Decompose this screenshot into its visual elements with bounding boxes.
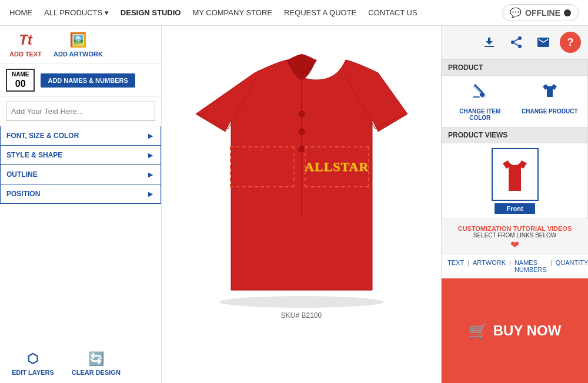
change-item-color-label: CHANGE ITEM COLOR — [448, 108, 512, 121]
text-link[interactable]: TEXT — [447, 259, 464, 273]
buy-now-button[interactable]: 🛒 BUY NOW — [442, 278, 588, 383]
text-input[interactable] — [6, 102, 155, 121]
svg-point-5 — [518, 36, 522, 40]
down-arrow-icon[interactable]: ❤ — [446, 238, 583, 251]
buy-now-label: BUY NOW — [493, 322, 562, 339]
cart-icon: 🛒 — [469, 322, 487, 340]
design-area-left[interactable] — [230, 146, 295, 187]
add-text-label: ADD TEXT — [9, 51, 42, 58]
artwork-link[interactable]: ARTWORK — [473, 259, 506, 273]
artwork-icon: 🖼️ — [69, 32, 87, 48]
separator-3: | — [550, 259, 552, 273]
product-section: PRODUCT CHANGE ITEM COLOR — [442, 59, 588, 127]
svg-rect-10 — [473, 96, 480, 98]
svg-line-8 — [514, 43, 519, 46]
name-number: 00 — [12, 78, 29, 89]
refresh-icon: 🔄 — [88, 351, 104, 367]
chevron-right-icon: ► — [146, 189, 155, 199]
name-badge: NAME 00 — [6, 69, 35, 92]
accordion-label-outline: OUTLINE — [6, 170, 38, 179]
names-row: NAME 00 ADD NAMES & NUMBERS — [0, 64, 161, 97]
tool-row: Tt ADD TEXT 🖼️ ADD ARTWORK — [0, 26, 161, 64]
main-layout: Tt ADD TEXT 🖼️ ADD ARTWORK NAME 00 ADD N… — [0, 26, 588, 383]
add-text-button[interactable]: Tt ADD TEXT — [9, 32, 42, 58]
download-icon — [482, 35, 496, 49]
email-button[interactable] — [533, 32, 554, 53]
nav-right: 💬 OFFLINE — [502, 4, 579, 21]
product-views-header: PRODUCT VIEWS — [442, 127, 587, 143]
names-numbers-link[interactable]: NAMES NUMBERS — [514, 259, 547, 273]
change-product-button[interactable]: CHANGE PRODUCT — [518, 82, 582, 121]
sku-label: SKU# B2100 — [278, 308, 325, 323]
shirt-icon — [540, 82, 559, 105]
nav-contact-us[interactable]: CONTACT US — [368, 8, 417, 17]
chevron-right-icon: ► — [146, 131, 155, 140]
accordion-outline[interactable]: OUTLINE ► — [0, 165, 161, 184]
accordion-position[interactable]: POSITION ► — [0, 184, 161, 204]
change-product-label: CHANGE PRODUCT — [522, 108, 578, 115]
shirt-svg — [190, 38, 413, 308]
add-names-button[interactable]: ADD NAMES & NUMBERS — [41, 73, 135, 88]
clear-design-button[interactable]: 🔄 CLEAR DESIGN — [72, 351, 121, 376]
navbar: HOME ALL PRODUCTS ▾ DESIGN STUDIO MY COM… — [0, 0, 588, 26]
tutorial-sub: SELECT FROM LINKS BELOW — [446, 232, 583, 238]
design-text: ALLSTAR — [305, 159, 369, 174]
nav-all-products[interactable]: ALL PRODUCTS ▾ — [44, 8, 109, 17]
tutorial-title: CUSTOMIZATION TUTORIAL VIDEOS — [446, 225, 583, 232]
share-button[interactable] — [506, 32, 527, 53]
design-canvas: ALLSTAR SKU# B2100 — [162, 26, 441, 383]
design-area-right[interactable]: ALLSTAR — [305, 146, 369, 187]
name-label: NAME — [12, 71, 29, 78]
clear-design-label: CLEAR DESIGN — [72, 369, 121, 376]
svg-point-0 — [219, 296, 384, 308]
status-dot — [564, 9, 571, 16]
accordion-style-shape[interactable]: STYLE & SHAPE ► — [0, 146, 161, 165]
svg-point-6 — [511, 41, 514, 44]
edit-layers-button[interactable]: ⬡ EDIT LAYERS — [12, 351, 54, 376]
text-icon: Tt — [19, 32, 32, 48]
text-input-area — [0, 97, 161, 126]
bottom-tools: ⬡ EDIT LAYERS 🔄 CLEAR DESIGN — [0, 344, 161, 383]
nav-request-quote[interactable]: REQUEST A QUOTE — [284, 8, 356, 17]
layers-icon: ⬡ — [27, 351, 38, 367]
product-view-front[interactable]: Front — [442, 143, 587, 219]
svg-point-7 — [518, 45, 522, 48]
nav-company-store[interactable]: MY COMPANY STORE — [192, 8, 272, 17]
download-button[interactable] — [479, 32, 500, 53]
front-thumbnail — [492, 148, 539, 201]
svg-line-9 — [514, 39, 519, 42]
color-bucket-icon — [470, 82, 489, 105]
shirt-container: ALLSTAR — [190, 38, 413, 308]
left-panel: Tt ADD TEXT 🖼️ ADD ARTWORK NAME 00 ADD N… — [0, 26, 162, 383]
edit-layers-label: EDIT LAYERS — [12, 369, 54, 376]
chevron-right-icon: ► — [146, 170, 155, 179]
nav-design-studio[interactable]: DESIGN STUDIO — [121, 8, 181, 17]
product-actions: CHANGE ITEM COLOR CHANGE PRODUCT — [442, 76, 587, 127]
accordion-label-font: FONT, SIZE & COLOR — [6, 132, 79, 140]
links-row: TEXT | ARTWORK | NAMES NUMBERS | QUANTIT… — [442, 254, 588, 278]
separator-1: | — [467, 259, 469, 273]
change-item-color-button[interactable]: CHANGE ITEM COLOR — [448, 82, 512, 121]
tutorial-section: CUSTOMIZATION TUTORIAL VIDEOS SELECT FRO… — [442, 219, 588, 254]
chevron-right-icon: ► — [146, 150, 155, 160]
top-action-icons: ? — [442, 26, 588, 59]
front-shirt-icon — [499, 156, 531, 194]
front-label: Front — [495, 203, 534, 214]
email-icon — [536, 35, 550, 49]
svg-point-3 — [299, 129, 305, 135]
separator-2: | — [509, 259, 511, 273]
offline-label: OFFLINE — [525, 8, 560, 18]
chat-icon: 💬 — [510, 7, 522, 18]
quantity-link[interactable]: QUANTITY — [556, 259, 588, 273]
accordion-label-position: POSITION — [6, 190, 40, 198]
help-button[interactable]: ? — [560, 32, 581, 53]
accordion-font-size-color[interactable]: FONT, SIZE & COLOR ► — [0, 126, 161, 146]
product-section-header: PRODUCT — [442, 60, 587, 76]
product-views-section: PRODUCT VIEWS Front — [442, 127, 588, 219]
svg-point-4 — [299, 146, 305, 152]
nav-home[interactable]: HOME — [9, 8, 32, 17]
right-panel: ? PRODUCT CHANGE ITEM COLOR — [441, 26, 588, 383]
add-artwork-button[interactable]: 🖼️ ADD ARTWORK — [54, 32, 103, 58]
add-artwork-label: ADD ARTWORK — [54, 51, 103, 58]
accordion-label-style: STYLE & SHAPE — [6, 151, 62, 159]
